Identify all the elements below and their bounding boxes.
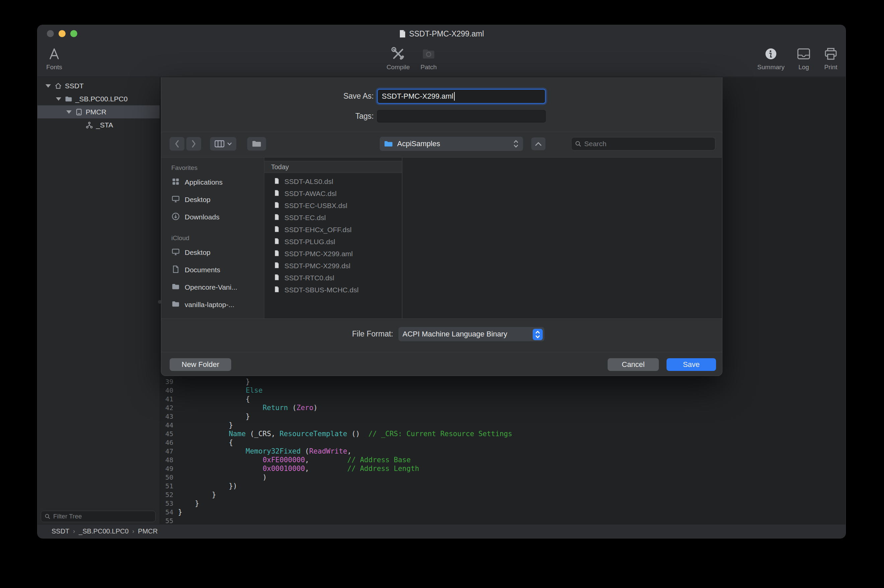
file-row[interactable]: SSDT-PMC-X299.aml bbox=[264, 248, 402, 260]
tags-input[interactable] bbox=[377, 110, 546, 122]
new-folder-button[interactable]: New Folder bbox=[170, 358, 231, 371]
code-text: { bbox=[178, 394, 250, 404]
code-line: 54} bbox=[160, 508, 845, 516]
save-as-label: Save As: bbox=[277, 92, 374, 100]
line-number: 52 bbox=[160, 490, 173, 499]
folder-icon bbox=[65, 95, 75, 103]
file-row[interactable]: SSDT-ALS0.dsl bbox=[264, 176, 402, 188]
back-button[interactable] bbox=[169, 137, 185, 151]
location-popup[interactable]: AcpiSamples bbox=[380, 136, 523, 151]
tree-item[interactable]: _STA bbox=[38, 118, 160, 132]
file-icon bbox=[273, 274, 281, 283]
icloud-list: DesktopDocumentsOpencore-Vani...vanilla-… bbox=[161, 244, 264, 314]
file-row[interactable]: SSDT-EC-USBX.dsl bbox=[264, 200, 402, 212]
code-text: } bbox=[178, 412, 250, 421]
minimize-button[interactable] bbox=[59, 30, 66, 37]
tree-item[interactable]: _SB.PC00.LPC0 bbox=[38, 92, 160, 105]
file-icon bbox=[273, 261, 281, 271]
sidebar-item[interactable]: Desktop bbox=[161, 191, 264, 208]
search-input[interactable] bbox=[584, 140, 712, 148]
fonts-button[interactable]: Fonts bbox=[38, 45, 71, 71]
code-line: 52 } bbox=[160, 490, 845, 499]
file-row[interactable]: SSDT-SBUS-MCHC.dsl bbox=[264, 284, 402, 296]
forward-button[interactable] bbox=[186, 137, 201, 151]
folder-icon bbox=[171, 300, 180, 310]
code-line: 40 Else bbox=[160, 386, 845, 394]
line-number: 42 bbox=[160, 404, 173, 412]
tree-item-label: SSDT bbox=[65, 82, 84, 90]
tree-item[interactable]: SSDT bbox=[38, 79, 160, 92]
file-row[interactable]: SSDT-EHCx_OFF.dsl bbox=[264, 224, 402, 236]
close-button[interactable] bbox=[47, 30, 54, 37]
file-name: SSDT-ALS0.dsl bbox=[284, 178, 333, 186]
code-text: } bbox=[178, 377, 250, 386]
folder-icon bbox=[171, 282, 180, 292]
cancel-label: Cancel bbox=[622, 360, 644, 369]
parent-folder-button[interactable] bbox=[531, 137, 546, 150]
view-mode-selector[interactable] bbox=[210, 137, 237, 151]
file-icon bbox=[273, 189, 281, 198]
save-button[interactable]: Save bbox=[666, 358, 716, 371]
title-bar[interactable]: SSDT-PMC-X299.aml bbox=[38, 25, 845, 42]
sidebar-item-label: Downloads bbox=[185, 213, 219, 221]
disclosure-triangle-icon[interactable] bbox=[66, 110, 75, 114]
preview-column bbox=[402, 158, 722, 318]
filter-tree-input[interactable] bbox=[53, 513, 152, 520]
file-name: SSDT-EC.dsl bbox=[284, 214, 326, 222]
file-name: SSDT-EC-USBX.dsl bbox=[284, 202, 347, 210]
disclosure-triangle-icon[interactable] bbox=[45, 84, 54, 88]
sidebar-item[interactable]: Downloads bbox=[161, 208, 264, 226]
sidebar-item-label: Documents bbox=[185, 266, 220, 274]
sidebar-item[interactable]: Desktop bbox=[161, 244, 264, 261]
line-number: 43 bbox=[160, 412, 173, 421]
file-row[interactable]: SSDT-AWAC.dsl bbox=[264, 188, 402, 200]
text-caret bbox=[454, 92, 455, 100]
sidebar-item[interactable]: Documents bbox=[161, 261, 264, 279]
apps-icon bbox=[171, 177, 180, 188]
file-row[interactable]: SSDT-EC.dsl bbox=[264, 212, 402, 224]
compile-button[interactable]: Compile bbox=[381, 45, 415, 71]
code-line: 53 } bbox=[160, 499, 845, 508]
filter-tree-box[interactable] bbox=[41, 511, 156, 522]
search-field[interactable] bbox=[571, 137, 715, 150]
code-text: } bbox=[178, 499, 199, 508]
file-browser-column: Today SSDT-ALS0.dslSSDT-AWAC.dslSSDT-EC-… bbox=[264, 158, 402, 318]
new-folder-icon-button[interactable] bbox=[247, 137, 266, 151]
code-text: }) bbox=[178, 482, 237, 490]
file-format-popup[interactable]: ACPI Machine Language Binary bbox=[398, 327, 545, 342]
docpage-icon bbox=[171, 265, 180, 275]
file-name: SSDT-EHCx_OFF.dsl bbox=[284, 226, 352, 234]
disclosure-triangle-icon[interactable] bbox=[56, 98, 65, 100]
cancel-button[interactable]: Cancel bbox=[608, 358, 659, 371]
status-path-mid: _SB.PC00.LPC0 bbox=[79, 528, 129, 535]
file-icon bbox=[273, 225, 281, 234]
tree-item[interactable]: PMCR bbox=[38, 105, 160, 118]
code-text: Memory32Fixed (ReadWrite, bbox=[178, 447, 351, 456]
patch-button[interactable]: Patch bbox=[412, 45, 445, 71]
file-row[interactable]: SSDT-PLUG.dsl bbox=[264, 236, 402, 248]
fonts-label: Fonts bbox=[46, 63, 62, 71]
print-label: Print bbox=[824, 63, 837, 71]
code-text: { bbox=[178, 438, 233, 447]
tree-item-label: _STA bbox=[96, 121, 113, 129]
file-row[interactable]: SSDT-PMC-X299.dsl bbox=[264, 260, 402, 272]
file-icon bbox=[273, 177, 281, 186]
traffic-lights bbox=[47, 30, 77, 37]
device-icon bbox=[75, 108, 86, 116]
log-label: Log bbox=[798, 63, 809, 71]
code-line: 43 } bbox=[160, 412, 845, 421]
print-button[interactable]: Print bbox=[817, 45, 844, 71]
window-title: SSDT-PMC-X299.aml bbox=[409, 29, 484, 39]
log-icon bbox=[796, 45, 811, 63]
line-number: 54 bbox=[160, 508, 173, 516]
document-icon bbox=[399, 30, 406, 38]
save-as-input[interactable]: SSDT-PMC-X299.aml bbox=[377, 89, 546, 104]
sidebar-item[interactable]: Opencore-Vani... bbox=[161, 279, 264, 296]
file-row[interactable]: SSDT-RTC0.dsl bbox=[264, 272, 402, 284]
divider bbox=[161, 352, 722, 352]
sidebar-item[interactable]: vanilla-laptop-... bbox=[161, 296, 264, 314]
zoom-button[interactable] bbox=[70, 30, 77, 37]
sidebar-item[interactable]: Applications bbox=[161, 174, 264, 191]
log-button[interactable]: Log bbox=[790, 45, 817, 71]
summary-button[interactable]: Summary bbox=[758, 45, 784, 71]
